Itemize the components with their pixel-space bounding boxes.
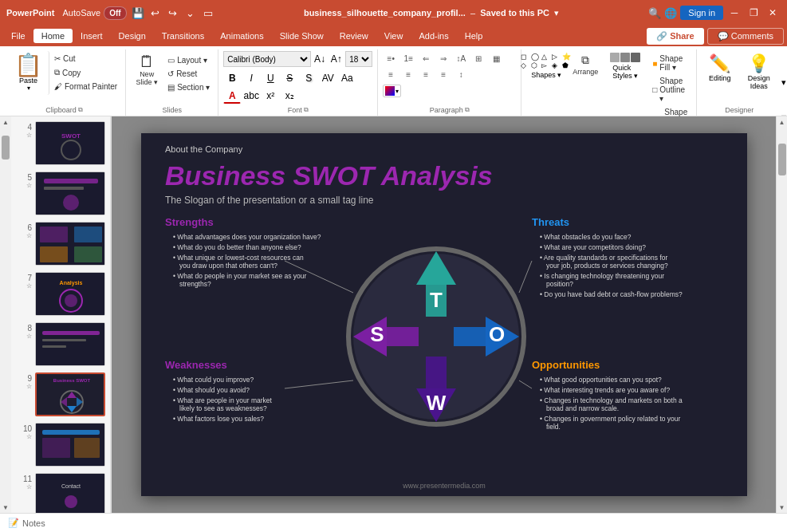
- scroll-thumb[interactable]: [778, 144, 786, 175]
- copy-button[interactable]: ⧉ Copy: [51, 66, 120, 79]
- thumb-img-6: [35, 222, 105, 266]
- superscript-button[interactable]: x²: [262, 88, 279, 104]
- para-expand[interactable]: ⧉: [465, 106, 470, 114]
- font-size-decrease[interactable]: A↓: [313, 51, 328, 67]
- slide-thumb-5[interactable]: 5 ☆: [14, 170, 107, 217]
- line-spacing-button[interactable]: ↕: [453, 67, 469, 81]
- cut-button[interactable]: ✂ Cut: [51, 53, 120, 65]
- section-button[interactable]: ▤ Section ▾: [164, 81, 213, 93]
- menu-help[interactable]: Help: [457, 29, 491, 43]
- menu-addins[interactable]: Add-ins: [411, 29, 456, 43]
- shape-9: ◈: [552, 61, 561, 69]
- align-center-button[interactable]: ≡: [400, 67, 416, 81]
- editing-button[interactable]: ✏️ Editing: [702, 51, 738, 85]
- present-icon[interactable]: ▭: [202, 6, 214, 19]
- slide-scroll-down[interactable]: ▼: [0, 502, 11, 513]
- shape-fill-swatch[interactable]: ▾: [383, 85, 401, 97]
- strengths-b3b: you draw upon that others can't?: [179, 262, 277, 270]
- char-spacing-button[interactable]: AV: [319, 70, 336, 86]
- scroll-track[interactable]: [777, 128, 787, 502]
- menu-insert[interactable]: Insert: [73, 29, 111, 43]
- columns-button[interactable]: ▦: [488, 51, 504, 65]
- change-case-button[interactable]: Aa: [338, 70, 356, 86]
- design-ideas-button[interactable]: 💡 DesignIdeas: [741, 51, 777, 93]
- shapes-button[interactable]: ◻ ◯ △ ▷ ⭐ ◇ ⬡ ▻ ◈ ⬟ Shapes ▾: [526, 51, 566, 81]
- strikethrough-button[interactable]: S: [281, 70, 298, 86]
- globe-icon[interactable]: 🌐: [664, 6, 677, 19]
- slide-scroll-up[interactable]: ▲: [0, 116, 11, 128]
- font-expand[interactable]: ⧉: [304, 106, 309, 114]
- text-direction-button[interactable]: ↕A: [453, 51, 469, 65]
- svg-rect-4: [44, 179, 98, 183]
- reset-button[interactable]: ↺ Reset: [164, 68, 213, 80]
- slide-thumb-9[interactable]: 9 ☆ Business SWOT: [14, 371, 107, 418]
- indent-more-button[interactable]: ⇒: [435, 51, 451, 65]
- slide-thumb-8[interactable]: 8 ☆: [14, 321, 107, 368]
- vertical-scrollbar[interactable]: ▲ ▼: [776, 116, 787, 513]
- numbering-button[interactable]: 1≡: [400, 51, 416, 65]
- subscript-button[interactable]: x₂: [281, 88, 298, 104]
- customize-qat-icon[interactable]: ⌄: [184, 6, 197, 19]
- clipboard-expand[interactable]: ⧉: [78, 106, 83, 114]
- align-right-button[interactable]: ≡: [418, 67, 434, 81]
- search-icon[interactable]: 🔍: [648, 6, 661, 19]
- bullets-button[interactable]: ≡•: [383, 51, 399, 65]
- minimize-button[interactable]: ─: [726, 5, 742, 21]
- shape-fill-button[interactable]: ■ Shape Fill ▾: [649, 53, 691, 73]
- menu-design[interactable]: Design: [111, 29, 154, 43]
- slide-scroll-thumb[interactable]: [2, 136, 10, 160]
- shadow-button[interactable]: S: [300, 70, 317, 86]
- font-size-increase[interactable]: A↑: [329, 51, 344, 67]
- slide-thumb-10[interactable]: 10 ☆: [14, 421, 107, 468]
- align-left-button[interactable]: ≡: [383, 67, 399, 81]
- undo-icon[interactable]: ↩: [149, 6, 162, 19]
- quick-styles-button[interactable]: QuickStyles ▾: [604, 51, 646, 81]
- paste-button[interactable]: 📋 Paste ▾: [8, 51, 49, 95]
- slide-star-4: ☆: [26, 132, 32, 139]
- menu-transitions[interactable]: Transitions: [154, 29, 212, 43]
- autosave-toggle[interactable]: Off: [104, 6, 126, 20]
- scroll-down-button[interactable]: ▼: [777, 502, 788, 513]
- restore-button[interactable]: ❐: [746, 5, 761, 21]
- slide-thumb-7[interactable]: 7 ☆ Analysis: [14, 270, 107, 317]
- thumb-img-9: Business SWOT: [35, 372, 105, 416]
- ribbon-scroll[interactable]: ▾: [781, 49, 786, 116]
- slide-thumb-11[interactable]: 11 ☆ Contact: [14, 471, 107, 513]
- shape-outline-button[interactable]: □ Shape Outline ▾: [649, 75, 691, 104]
- save-icon[interactable]: 💾: [132, 6, 144, 19]
- scroll-up-button[interactable]: ▲: [777, 116, 788, 128]
- share-button[interactable]: 🔗 Share: [647, 28, 704, 45]
- layout-button[interactable]: ▭ Layout ▾: [164, 54, 213, 66]
- format-painter-button[interactable]: 🖌 Format Painter: [51, 81, 120, 93]
- slide-wrapper[interactable]: About the Company Business SWOT Analysis…: [141, 133, 747, 496]
- menu-view[interactable]: View: [376, 29, 411, 43]
- convert-smartart-button[interactable]: ⊞: [470, 51, 486, 65]
- menu-slideshow[interactable]: Slide Show: [272, 29, 332, 43]
- indent-less-button[interactable]: ⇐: [418, 51, 434, 65]
- justify-button[interactable]: ≡: [435, 67, 451, 81]
- arrange-button[interactable]: ⧉ Arrange: [569, 51, 601, 78]
- font-size-select[interactable]: 18: [345, 51, 372, 67]
- font-family-select[interactable]: Calibri (Body): [223, 51, 310, 67]
- svg-rect-16: [36, 323, 105, 366]
- weaknesses-b4: • What factors lose you sales?: [173, 415, 264, 423]
- italic-button[interactable]: I: [242, 70, 260, 86]
- signin-button[interactable]: Sign in: [680, 6, 723, 20]
- new-slide-button[interactable]: 🗒 NewSlide ▾: [131, 51, 163, 89]
- text-highlight-button[interactable]: abc: [242, 88, 260, 104]
- comments-button[interactable]: 💬 Comments: [707, 28, 784, 45]
- close-button[interactable]: ✕: [765, 5, 781, 21]
- slide-star-10: ☆: [26, 433, 32, 440]
- font-color-button[interactable]: A: [223, 88, 241, 104]
- menu-review[interactable]: Review: [332, 29, 376, 43]
- menu-animations[interactable]: Animations: [212, 29, 271, 43]
- slide-thumb-4[interactable]: 4 ☆ SWOT: [14, 120, 107, 167]
- slide-thumb-6[interactable]: 6 ☆: [14, 220, 107, 267]
- menu-home[interactable]: Home: [33, 29, 73, 43]
- menu-file[interactable]: File: [3, 29, 33, 43]
- redo-icon[interactable]: ↪: [167, 6, 179, 19]
- fill-dropdown[interactable]: ▾: [395, 88, 399, 95]
- underline-button[interactable]: U: [262, 70, 279, 86]
- notes-bar[interactable]: 📝 Notes: [0, 513, 787, 532]
- bold-button[interactable]: B: [223, 70, 241, 86]
